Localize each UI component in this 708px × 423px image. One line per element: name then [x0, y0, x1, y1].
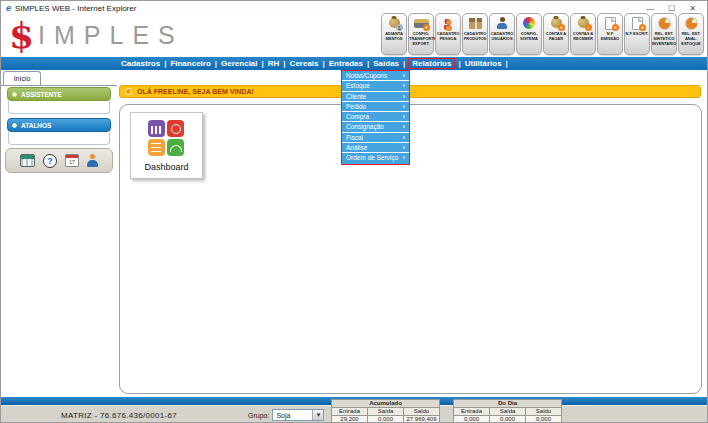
toolbar-button-config-sistema[interactable]: CONFIG. SISTEMA — [516, 13, 542, 55]
toolbar-button-rel-est-inventario[interactable]: REL. EST. SINTETICO INVENTARIO — [651, 13, 677, 55]
toolbar-button-rel-est-estoque[interactable]: REL. EST. ANAL. ESTOQUE — [678, 13, 704, 55]
grupo-label: Grupo: — [248, 412, 269, 419]
dashboard-icon — [148, 120, 186, 158]
money-bag-plus-icon — [545, 16, 567, 30]
tab-inicio[interactable]: Início — [3, 71, 41, 85]
simples-logo: $ IMPLES — [9, 15, 184, 55]
submenu-arrow-icon: › — [403, 112, 405, 121]
table-row: 0,000 0,000 0,000 — [454, 416, 562, 423]
dropdown-item-cliente[interactable]: Cliente› — [342, 92, 409, 102]
submenu-arrow-icon: › — [403, 122, 405, 131]
calendar-icon[interactable]: 17 — [65, 154, 79, 167]
minimize-button[interactable]: — — [646, 4, 654, 13]
dashboard-shortcut[interactable]: Dashboard — [130, 112, 203, 179]
dropdown-item-pedido[interactable]: Pedido› — [342, 102, 409, 112]
window-title: SIMPLES WEB - Internet Explorer — [15, 4, 646, 13]
document-plus-icon — [599, 16, 621, 30]
menu-relatorios[interactable]: Relatórios — [408, 58, 455, 69]
logo-bar: $ IMPLES ADIANTA MENTOS CONFIG. TRANSPOR… — [1, 15, 707, 57]
menu-utilitarios[interactable]: Utilitários — [465, 59, 502, 68]
truck-icon — [410, 16, 432, 30]
assistente-panel: ASSISTENTE — [7, 87, 111, 114]
dodia-saldo-value: 0,000 — [526, 416, 562, 423]
main-menu-bar: Cadastros | Financeiro | Gerencial | RH … — [1, 57, 707, 70]
document-plus-icon — [626, 16, 648, 30]
user-icon — [491, 16, 513, 30]
dropdown-item-compra[interactable]: Compra› — [342, 112, 409, 122]
acumulado-saldo-value: 27.969,409 — [404, 416, 440, 423]
toolbar-button-config-transporte[interactable]: CONFIG. TRANSPORTE EXPORT. — [408, 13, 434, 55]
toolbar-button-cadastro-usuarios[interactable]: CADASTRO USUÁRIOS — [489, 13, 515, 55]
submenu-arrow-icon: › — [403, 133, 405, 142]
submenu-arrow-icon: › — [403, 143, 405, 152]
list-tile-icon — [148, 139, 165, 156]
chevron-down-icon: ▼ — [312, 410, 323, 420]
pie-chart-icon — [680, 16, 702, 30]
toolbar-button-adiantamentos[interactable]: ADIANTA MENTOS — [381, 13, 407, 55]
dropdown-item-ordem-de-servico[interactable]: Ordem de Serviço› — [342, 153, 409, 163]
toolbar-button-cadastro-pessoa[interactable]: CADASTRO PESSOA — [435, 13, 461, 55]
menu-saidas[interactable]: Saídas — [373, 59, 399, 68]
money-bag-down-icon — [572, 16, 594, 30]
toolbar-button-cadastro-produtos[interactable]: CADASTRO PRODUTOS — [462, 13, 488, 55]
logo-text: IMPLES — [38, 21, 184, 50]
palette-icon — [518, 16, 540, 30]
close-button[interactable]: ✕ — [689, 4, 696, 13]
main-panel: Dashboard — [119, 104, 702, 394]
dropdown-item-fiscal[interactable]: Fiscal› — [342, 133, 409, 143]
people-icon — [437, 16, 459, 30]
banner-dot-icon — [125, 88, 132, 95]
quick-access-toolbar: ADIANTA MENTOS CONFIG. TRANSPORTE EXPORT… — [381, 13, 704, 55]
submenu-arrow-icon: › — [403, 153, 405, 163]
toolbar-button-nf-emissao[interactable]: N F EMISSÃO — [597, 13, 623, 55]
menu-financeiro[interactable]: Financeiro — [170, 59, 210, 68]
dropdown-item-estoque[interactable]: Estoque› — [342, 81, 409, 91]
toolbar-button-contas-a-receber[interactable]: CONTAS A RECEBER — [570, 13, 596, 55]
submenu-arrow-icon: › — [403, 102, 405, 111]
help-question-icon[interactable] — [43, 154, 57, 168]
toolbar-button-nf-escrit[interactable]: N F ESCRIT. — [624, 13, 650, 55]
gauge-tile-icon — [167, 139, 184, 156]
dropdown-item-analise[interactable]: Análise› — [342, 143, 409, 153]
grupo-select[interactable]: Soja ▼ — [272, 409, 324, 421]
dashboard-label: Dashboard — [144, 162, 188, 172]
menu-cereais[interactable]: Cereais — [290, 59, 319, 68]
dollar-logo-glyph: $ — [9, 15, 34, 55]
welcome-banner: OLÁ FREELINE, SEJA BEM VINDA! — [119, 85, 701, 98]
atalhos-header[interactable]: ATALHOS — [7, 118, 111, 132]
menu-rh[interactable]: RH — [268, 59, 280, 68]
submenu-arrow-icon: › — [403, 81, 405, 90]
dropdown-item-notas-cupons[interactable]: Notas/Cupons› — [342, 71, 409, 81]
pie-chart-icon — [653, 16, 675, 30]
submenu-arrow-icon: › — [403, 92, 405, 101]
money-bag-icon — [383, 16, 405, 30]
company-identifier: MATRIZ - 76.676.436/0001-67 — [61, 411, 177, 420]
person-icon[interactable] — [87, 154, 98, 168]
menu-cadastros[interactable]: Cadastros — [121, 59, 160, 68]
menu-gerencial[interactable]: Gerencial — [221, 59, 257, 68]
status-bar: MATRIZ - 76.676.436/0001-67 Grupo: Soja … — [1, 405, 707, 423]
tab-strip-line — [1, 85, 117, 86]
assistente-body — [8, 101, 110, 114]
package-icon — [464, 16, 486, 30]
dropdown-item-consignacao[interactable]: Consignação› — [342, 122, 409, 132]
maximize-button[interactable]: ☐ — [668, 4, 675, 13]
calculator-icon[interactable] — [20, 154, 35, 167]
menu-entradas[interactable]: Entradas — [329, 59, 363, 68]
toolbar-button-contas-a-pagar[interactable]: CONTAS A PAGAR — [543, 13, 569, 55]
bullet-icon — [12, 123, 17, 128]
atalhos-body — [8, 132, 110, 145]
sidebar-icon-tray: 17 — [5, 148, 113, 173]
table-row: 29,200 0,000 27.969,409 — [332, 416, 440, 423]
submenu-arrow-icon: › — [403, 71, 405, 80]
dodia-saida-value: 0,000 — [490, 416, 526, 423]
dodia-entrada-value: 0,000 — [454, 416, 490, 423]
acumulado-saida-value: 0,000 — [368, 416, 404, 423]
bar-chart-tile-icon — [148, 120, 165, 137]
do-dia-table: Do Dia Entrada Saída Saldo 0,000 0,000 0… — [453, 399, 562, 423]
internet-explorer-icon: e — [6, 3, 11, 13]
globe-tile-icon — [167, 120, 184, 137]
acumulado-entrada-value: 29,200 — [332, 416, 368, 423]
assistente-header[interactable]: ASSISTENTE — [7, 87, 111, 101]
app-window: e SIMPLES WEB - Internet Explorer — ☐ ✕ … — [0, 0, 708, 423]
